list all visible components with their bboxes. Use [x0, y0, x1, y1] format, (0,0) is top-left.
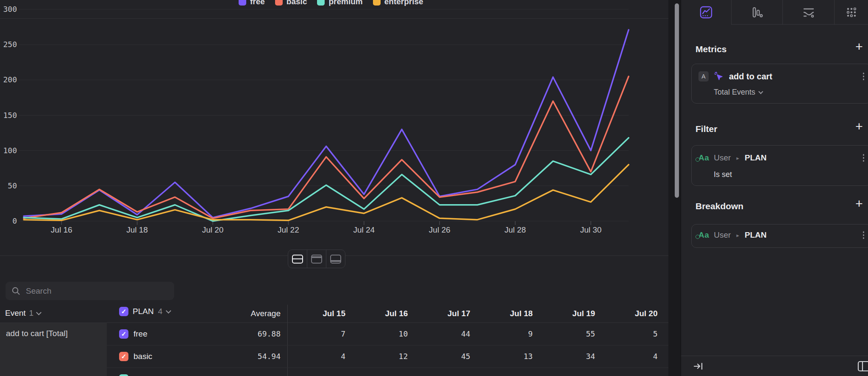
table-row-basic: ✓basic54.944124513344: [0, 345, 668, 368]
tab-bar-chart[interactable]: [731, 0, 782, 25]
series-checkbox-premium[interactable]: ✓: [119, 374, 128, 376]
string-property-icon: Aa: [698, 230, 709, 240]
line-chart: [0, 0, 668, 238]
filter-heading: Filter: [696, 124, 717, 134]
average-column-header: Average: [230, 309, 281, 318]
x-axis-tick-label: Jul 18: [117, 225, 158, 235]
chevron-down-icon: [758, 89, 763, 94]
breadcrumb-caret-icon: ▸: [736, 155, 739, 161]
filter-operator[interactable]: Is set: [714, 170, 732, 179]
metric-aggregation-dropdown[interactable]: Total Events: [714, 88, 762, 97]
event-column-header[interactable]: Event 1: [5, 309, 41, 318]
top-panel-icon: [311, 255, 322, 264]
filter-entity: User: [714, 153, 731, 163]
add-breakdown-button[interactable]: +: [853, 198, 865, 210]
x-axis-tick-label: Jul 28: [495, 225, 536, 235]
scrollbar-track[interactable]: [668, 0, 681, 376]
metric-letter-badge: A: [698, 71, 709, 81]
scrollbar-thumb[interactable]: [675, 3, 679, 198]
query-builder-sidebar: Metrics + A add to cart Total Events Fil…: [681, 0, 868, 376]
cell-value: 7: [290, 329, 345, 338]
breakdown-property: PLAN: [745, 230, 767, 240]
chevron-down-icon: [166, 308, 171, 314]
cell-value: 10: [353, 329, 408, 338]
chart-type-tabs: [681, 0, 868, 25]
y-axis-tick-label: 150: [0, 111, 17, 120]
breakdown-heading: Breakdown: [696, 201, 743, 211]
line-chart-icon: [699, 5, 713, 20]
y-axis-tick-label: 50: [0, 181, 17, 190]
tab-line-chart[interactable]: [681, 0, 731, 25]
series-checkbox-basic[interactable]: ✓: [119, 352, 128, 361]
cell-value: 34: [540, 352, 595, 361]
tab-flow[interactable]: [782, 0, 834, 25]
y-axis-tick-label: 100: [0, 146, 17, 155]
metrics-heading: Metrics: [696, 44, 727, 54]
table-row-free: ✓free69.88710449555: [0, 323, 668, 345]
layout-option-bottom-panel[interactable]: [326, 250, 345, 268]
search-input[interactable]: Search: [6, 282, 174, 300]
event-click-icon: [713, 71, 724, 82]
chevron-down-icon: [36, 310, 42, 315]
y-axis-tick-label: 0: [0, 216, 17, 225]
average-value: 54.94: [225, 352, 281, 361]
layout-option-top-panel[interactable]: [307, 250, 326, 268]
panel-columns-icon[interactable]: [857, 361, 868, 372]
average-value: 33.00: [225, 374, 281, 376]
filter-card[interactable]: Aa User ▸ PLAN Is set: [691, 145, 868, 186]
series-name: premium: [134, 374, 165, 376]
chart-layout-toggle: [288, 250, 345, 268]
breakdown-card[interactable]: Aa User ▸ PLAN: [691, 224, 868, 248]
layout-option-split-rows[interactable]: [288, 250, 307, 268]
date-column-header: Jul 17: [415, 309, 470, 318]
analytics-app: freebasicpremiumenterprise 0501001502002…: [0, 0, 868, 376]
date-column-header: Jul 15: [290, 309, 345, 318]
series-name: basic: [134, 352, 152, 361]
x-axis-tick-label: Jul 24: [344, 225, 384, 235]
filter-property: PLAN: [745, 153, 767, 163]
cell-value: 5: [290, 374, 345, 376]
metric-card[interactable]: A add to cart Total Events: [691, 64, 868, 104]
cell-value: 12: [353, 352, 408, 361]
date-column-header: Jul 19: [540, 309, 595, 318]
tab-more-charts[interactable]: [834, 0, 868, 25]
add-filter-button[interactable]: +: [853, 121, 865, 133]
metric-options-menu[interactable]: [863, 73, 865, 80]
add-metric-button[interactable]: +: [853, 41, 865, 53]
collapse-panel-icon[interactable]: [693, 361, 704, 371]
bar-chart-icon: [750, 5, 764, 20]
table-row-premium: ✓premium33.0053235230: [0, 368, 668, 376]
plan-header-label: PLAN: [133, 307, 154, 316]
cell-value: 5: [478, 374, 533, 376]
series-line-enterprise: [24, 165, 629, 220]
y-axis-tick-label: 300: [0, 5, 17, 14]
cell-value: 23: [540, 374, 595, 376]
search-placeholder: Search: [26, 286, 51, 296]
plan-select-all-checkbox[interactable]: ✓: [119, 307, 128, 316]
average-value: 69.88: [225, 329, 281, 338]
table-header-row: Event 1 ✓ PLAN 4 Average Jul 15Jul 16Jul…: [0, 305, 668, 323]
plan-header-count: 4: [158, 307, 163, 316]
cell-value: 5: [603, 329, 658, 338]
sidebar-footer: [681, 356, 868, 376]
main-panel: freebasicpremiumenterprise 0501001502002…: [0, 0, 668, 376]
cell-value: 13: [478, 352, 533, 361]
event-header-count: 1: [29, 309, 34, 318]
breakdown-options-menu[interactable]: [863, 231, 865, 239]
search-icon: [11, 286, 20, 295]
series-name: free: [134, 329, 147, 339]
breakdown-entity: User: [714, 230, 731, 240]
plan-column-header[interactable]: ✓ PLAN 4: [119, 307, 170, 316]
flow-icon: [801, 5, 816, 20]
cell-value: 0: [603, 374, 658, 376]
event-header-label: Event: [5, 309, 26, 318]
x-axis-tick-label: Jul 16: [41, 225, 82, 235]
cell-value: 9: [478, 329, 533, 338]
date-column-header: Jul 20: [603, 309, 658, 318]
series-checkbox-free[interactable]: ✓: [119, 329, 128, 339]
more-charts-icon: [845, 6, 858, 19]
filter-options-menu[interactable]: [863, 154, 865, 162]
x-axis-tick-label: Jul 26: [419, 225, 460, 235]
x-axis-tick-label: Jul 22: [268, 225, 309, 235]
cell-value: 4: [603, 352, 658, 361]
